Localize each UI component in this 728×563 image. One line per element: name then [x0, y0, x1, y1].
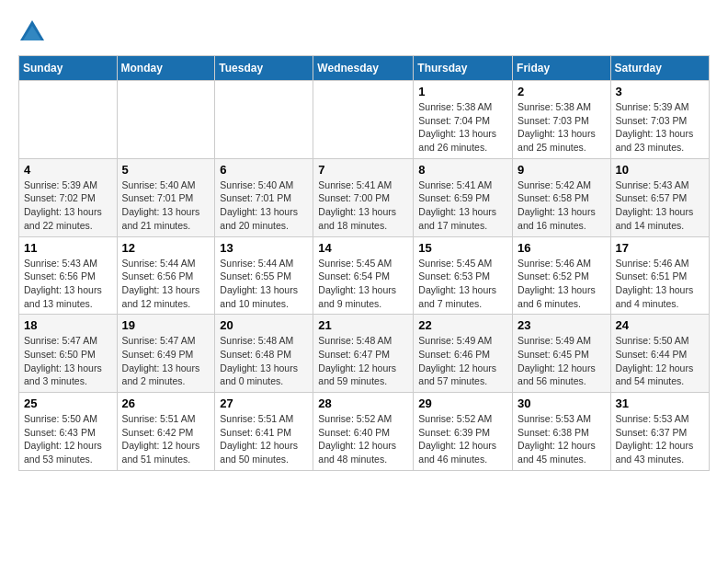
day-number: 26	[122, 396, 210, 410]
day-info: Sunrise: 5:42 AM Sunset: 6:58 PM Dayligh…	[518, 178, 606, 233]
day-info: Sunrise: 5:53 AM Sunset: 6:37 PM Dayligh…	[616, 412, 704, 466]
day-info: Sunrise: 5:51 AM Sunset: 6:42 PM Dayligh…	[122, 412, 210, 466]
day-number: 22	[418, 318, 507, 332]
calendar-cell: 3Sunrise: 5:39 AM Sunset: 7:03 PM Daylig…	[610, 81, 709, 159]
day-info: Sunrise: 5:40 AM Sunset: 7:01 PM Dayligh…	[220, 178, 308, 233]
day-number: 15	[418, 241, 507, 255]
calendar-cell	[117, 81, 215, 159]
day-info: Sunrise: 5:50 AM Sunset: 6:43 PM Dayligh…	[24, 412, 112, 466]
calendar-cell: 20Sunrise: 5:48 AM Sunset: 6:48 PM Dayli…	[215, 315, 313, 393]
weekday-header: Wednesday	[313, 56, 414, 81]
day-info: Sunrise: 5:40 AM Sunset: 7:01 PM Dayligh…	[122, 178, 210, 233]
calendar-cell: 28Sunrise: 5:52 AM Sunset: 6:40 PM Dayli…	[313, 393, 414, 471]
day-number: 11	[24, 241, 112, 255]
calendar-cell: 6Sunrise: 5:40 AM Sunset: 7:01 PM Daylig…	[215, 158, 313, 236]
calendar-cell: 24Sunrise: 5:50 AM Sunset: 6:44 PM Dayli…	[610, 315, 709, 393]
day-number: 4	[24, 163, 112, 177]
weekday-header: Sunday	[19, 56, 118, 81]
day-number: 5	[122, 163, 210, 177]
day-number: 27	[220, 396, 308, 410]
header-row: SundayMondayTuesdayWednesdayThursdayFrid…	[19, 56, 710, 81]
calendar-cell: 4Sunrise: 5:39 AM Sunset: 7:02 PM Daylig…	[19, 158, 118, 236]
day-number: 1	[418, 85, 507, 98]
calendar-cell: 27Sunrise: 5:51 AM Sunset: 6:41 PM Dayli…	[215, 393, 313, 471]
weekday-header: Saturday	[610, 56, 709, 81]
day-number: 29	[418, 396, 507, 410]
day-info: Sunrise: 5:48 AM Sunset: 6:47 PM Dayligh…	[318, 334, 408, 388]
calendar-cell: 9Sunrise: 5:42 AM Sunset: 6:58 PM Daylig…	[513, 158, 611, 236]
day-number: 19	[122, 318, 210, 332]
day-number: 25	[24, 396, 112, 410]
day-info: Sunrise: 5:51 AM Sunset: 6:41 PM Dayligh…	[220, 412, 308, 466]
calendar-cell: 18Sunrise: 5:47 AM Sunset: 6:50 PM Dayli…	[19, 315, 118, 393]
day-info: Sunrise: 5:50 AM Sunset: 6:44 PM Dayligh…	[616, 334, 704, 388]
calendar-cell: 1Sunrise: 5:38 AM Sunset: 7:04 PM Daylig…	[414, 81, 513, 159]
weekday-header: Monday	[117, 56, 215, 81]
day-number: 30	[518, 396, 606, 410]
calendar-cell: 19Sunrise: 5:47 AM Sunset: 6:49 PM Dayli…	[117, 315, 215, 393]
day-info: Sunrise: 5:46 AM Sunset: 6:52 PM Dayligh…	[518, 257, 606, 311]
calendar-table: SundayMondayTuesdayWednesdayThursdayFrid…	[18, 55, 710, 471]
day-info: Sunrise: 5:38 AM Sunset: 7:03 PM Dayligh…	[518, 100, 606, 155]
calendar-cell: 29Sunrise: 5:52 AM Sunset: 6:39 PM Dayli…	[414, 393, 513, 471]
calendar-cell: 14Sunrise: 5:45 AM Sunset: 6:54 PM Dayli…	[313, 236, 414, 315]
calendar-cell: 25Sunrise: 5:50 AM Sunset: 6:43 PM Dayli…	[19, 393, 118, 471]
day-number: 6	[220, 163, 308, 177]
logo-icon	[18, 18, 46, 46]
calendar-cell: 31Sunrise: 5:53 AM Sunset: 6:37 PM Dayli…	[610, 393, 709, 471]
page-header	[18, 18, 710, 46]
day-number: 16	[518, 241, 606, 255]
calendar-cell: 21Sunrise: 5:48 AM Sunset: 6:47 PM Dayli…	[313, 315, 414, 393]
day-info: Sunrise: 5:39 AM Sunset: 7:02 PM Dayligh…	[24, 178, 112, 233]
calendar-cell	[215, 81, 313, 159]
day-number: 14	[318, 241, 408, 255]
day-number: 13	[220, 241, 308, 255]
day-info: Sunrise: 5:47 AM Sunset: 6:49 PM Dayligh…	[122, 334, 210, 388]
calendar-cell: 22Sunrise: 5:49 AM Sunset: 6:46 PM Dayli…	[414, 315, 513, 393]
calendar-cell: 11Sunrise: 5:43 AM Sunset: 6:56 PM Dayli…	[19, 236, 118, 315]
day-number: 31	[616, 396, 704, 410]
day-info: Sunrise: 5:46 AM Sunset: 6:51 PM Dayligh…	[616, 257, 704, 311]
day-info: Sunrise: 5:47 AM Sunset: 6:50 PM Dayligh…	[24, 334, 112, 388]
calendar-week-row: 25Sunrise: 5:50 AM Sunset: 6:43 PM Dayli…	[19, 393, 710, 471]
day-info: Sunrise: 5:38 AM Sunset: 7:04 PM Dayligh…	[418, 100, 507, 155]
day-info: Sunrise: 5:48 AM Sunset: 6:48 PM Dayligh…	[220, 334, 308, 388]
calendar-week-row: 18Sunrise: 5:47 AM Sunset: 6:50 PM Dayli…	[19, 315, 710, 393]
calendar-cell: 17Sunrise: 5:46 AM Sunset: 6:51 PM Dayli…	[610, 236, 709, 315]
day-info: Sunrise: 5:52 AM Sunset: 6:39 PM Dayligh…	[418, 412, 507, 466]
day-info: Sunrise: 5:43 AM Sunset: 6:56 PM Dayligh…	[24, 257, 112, 311]
day-number: 3	[616, 85, 704, 98]
day-number: 8	[418, 163, 507, 177]
calendar-cell: 15Sunrise: 5:45 AM Sunset: 6:53 PM Dayli…	[414, 236, 513, 315]
day-number: 9	[518, 163, 606, 177]
day-info: Sunrise: 5:49 AM Sunset: 6:45 PM Dayligh…	[518, 334, 606, 388]
day-info: Sunrise: 5:41 AM Sunset: 7:00 PM Dayligh…	[318, 178, 408, 233]
calendar-cell: 10Sunrise: 5:43 AM Sunset: 6:57 PM Dayli…	[610, 158, 709, 236]
day-number: 17	[616, 241, 704, 255]
calendar-week-row: 1Sunrise: 5:38 AM Sunset: 7:04 PM Daylig…	[19, 81, 710, 159]
day-info: Sunrise: 5:44 AM Sunset: 6:56 PM Dayligh…	[122, 257, 210, 311]
calendar-cell	[19, 81, 118, 159]
day-info: Sunrise: 5:45 AM Sunset: 6:54 PM Dayligh…	[318, 257, 408, 311]
day-info: Sunrise: 5:44 AM Sunset: 6:55 PM Dayligh…	[220, 257, 308, 311]
day-number: 20	[220, 318, 308, 332]
day-info: Sunrise: 5:45 AM Sunset: 6:53 PM Dayligh…	[418, 257, 507, 311]
day-info: Sunrise: 5:52 AM Sunset: 6:40 PM Dayligh…	[318, 412, 408, 466]
day-info: Sunrise: 5:43 AM Sunset: 6:57 PM Dayligh…	[616, 178, 704, 233]
day-info: Sunrise: 5:39 AM Sunset: 7:03 PM Dayligh…	[616, 100, 704, 155]
day-info: Sunrise: 5:53 AM Sunset: 6:38 PM Dayligh…	[518, 412, 606, 466]
calendar-cell: 5Sunrise: 5:40 AM Sunset: 7:01 PM Daylig…	[117, 158, 215, 236]
day-number: 2	[518, 85, 606, 98]
day-number: 12	[122, 241, 210, 255]
calendar-cell: 23Sunrise: 5:49 AM Sunset: 6:45 PM Dayli…	[513, 315, 611, 393]
calendar-week-row: 4Sunrise: 5:39 AM Sunset: 7:02 PM Daylig…	[19, 158, 710, 236]
calendar-cell: 26Sunrise: 5:51 AM Sunset: 6:42 PM Dayli…	[117, 393, 215, 471]
day-number: 21	[318, 318, 408, 332]
calendar-cell: 2Sunrise: 5:38 AM Sunset: 7:03 PM Daylig…	[513, 81, 611, 159]
logo	[18, 18, 50, 46]
calendar-cell: 12Sunrise: 5:44 AM Sunset: 6:56 PM Dayli…	[117, 236, 215, 315]
weekday-header: Friday	[513, 56, 611, 81]
day-number: 10	[616, 163, 704, 177]
calendar-cell: 7Sunrise: 5:41 AM Sunset: 7:00 PM Daylig…	[313, 158, 414, 236]
calendar-cell: 30Sunrise: 5:53 AM Sunset: 6:38 PM Dayli…	[513, 393, 611, 471]
